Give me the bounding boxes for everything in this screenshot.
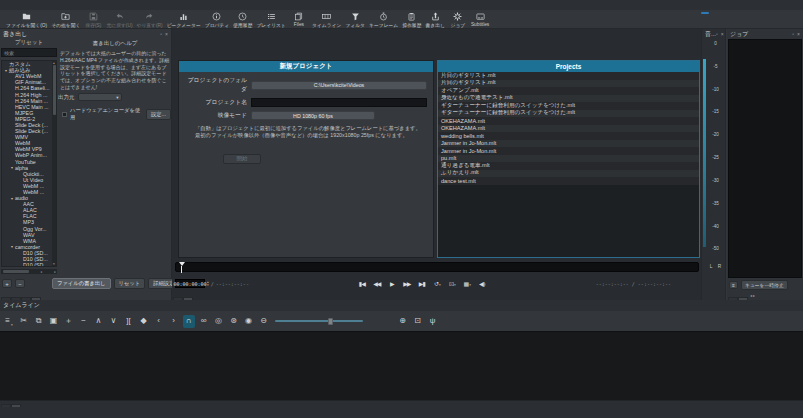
project-name-input[interactable] bbox=[251, 98, 427, 107]
lift-button[interactable]: ∧ bbox=[93, 315, 105, 328]
video-mode-select[interactable]: HD 1080p 60 fps bbox=[251, 111, 375, 120]
cut-button[interactable]: ✂ bbox=[18, 315, 30, 328]
fast-forward-button[interactable]: ▶▶ bbox=[402, 279, 413, 289]
grid-button[interactable]: ▦ ▾ bbox=[462, 279, 473, 289]
project-folder-field[interactable]: C:\Users\kcite\Videos bbox=[251, 81, 427, 90]
timeline-menu-button[interactable]: ≡ ▾ bbox=[3, 315, 15, 328]
ripple-all-tracks-toggle[interactable]: ⊛ bbox=[228, 315, 240, 328]
current-position-field[interactable]: 00:00:00:00 bbox=[175, 279, 205, 288]
open-file-button[interactable]: ファイルを開く(O) bbox=[4, 11, 49, 28]
recent-button[interactable]: 使用履歴 bbox=[231, 11, 254, 28]
jobs-menu-button[interactable]: ≡ bbox=[729, 281, 738, 289]
layout-editing[interactable] bbox=[701, 12, 709, 14]
start-button[interactable]: 開始 bbox=[223, 154, 261, 164]
project-item[interactable]: 片目のギタリスト.mlt bbox=[438, 72, 699, 80]
project-item[interactable]: ふりかえり.mlt bbox=[438, 170, 699, 178]
add-preset-button[interactable]: + bbox=[2, 279, 12, 288]
layout-logging[interactable] bbox=[691, 12, 699, 14]
next-marker-button[interactable]: › bbox=[168, 315, 180, 328]
append-button[interactable]: ＋ bbox=[63, 315, 75, 328]
close-panel-icon[interactable]: × bbox=[797, 32, 800, 37]
scroll-right-icon[interactable]: ▸ bbox=[53, 270, 57, 274]
ripple-delete-button[interactable]: − bbox=[78, 315, 90, 328]
skip-previous-button[interactable]: ▮◀ bbox=[357, 279, 368, 289]
preset-item[interactable]: D10 (SD... bbox=[2, 262, 56, 267]
project-item[interactable]: オペアンプ.mlt bbox=[438, 87, 699, 95]
remove-preset-button[interactable]: − bbox=[15, 279, 25, 288]
scroll-down-icon[interactable]: ▾ bbox=[52, 262, 56, 266]
float-panel-icon[interactable]: ▫ bbox=[160, 32, 162, 37]
previous-marker-button[interactable]: ‹ bbox=[153, 315, 165, 328]
scroll-left-icon[interactable]: ◂ bbox=[39, 270, 43, 274]
tab-scroll-left-icon[interactable]: ◂ bbox=[750, 293, 752, 298]
layout-color[interactable] bbox=[691, 15, 699, 17]
record-audio-button[interactable]: ψ bbox=[427, 315, 439, 328]
playlist-button[interactable]: プレイリスト bbox=[254, 11, 287, 28]
export-from-select[interactable]: ▾ bbox=[78, 93, 122, 101]
project-item[interactable]: OKEHAZAMA.mlt bbox=[438, 125, 699, 133]
zoom-timeline-in-button[interactable]: ⊕ bbox=[397, 315, 409, 328]
redo-button[interactable]: やり直す(R) bbox=[135, 11, 165, 28]
layout-player[interactable] bbox=[711, 15, 719, 17]
project-item[interactable]: 片目のギタリスト.mlt bbox=[438, 80, 699, 88]
filters-button[interactable]: フィルタ bbox=[343, 11, 367, 28]
project-item[interactable]: ギターチューナーに録音利用のスイッチをつけた.mlt bbox=[438, 110, 699, 118]
export-button[interactable]: 書き出し bbox=[423, 11, 446, 28]
project-item[interactable]: 通り過ぎる電車.mlt bbox=[438, 162, 699, 170]
project-item[interactable]: 身近なもので通電テスト.mlt bbox=[438, 95, 699, 103]
marker-button[interactable]: ◆ bbox=[138, 315, 150, 328]
scrub-while-dragging-toggle[interactable]: ∞ bbox=[198, 315, 210, 328]
project-item[interactable]: Jammer in Jo-Mon.mlt bbox=[438, 147, 699, 155]
peak-meter-button[interactable]: ピークメーター bbox=[165, 11, 203, 28]
loop-button[interactable]: ↺ ▾ bbox=[432, 279, 443, 289]
project-item[interactable]: ギターチューナーに録音利用のスイッチをつけた.mlt bbox=[438, 102, 699, 110]
properties-button[interactable]: プロパティ bbox=[203, 11, 232, 28]
project-item[interactable]: OKEHAZAMA.mlt bbox=[438, 117, 699, 125]
project-item[interactable]: Jammer in Jo-Mon.mlt bbox=[438, 140, 699, 148]
keyframes-button[interactable]: キーフレーム bbox=[367, 11, 400, 28]
tab-scroll-right-icon[interactable]: ▸ bbox=[753, 293, 755, 298]
hardware-encoder-checkbox[interactable] bbox=[62, 112, 67, 117]
close-panel-icon[interactable]: × bbox=[165, 32, 168, 37]
pause-queue-button[interactable]: キューを一時停止 bbox=[741, 280, 788, 290]
configure-button[interactable]: 設定... bbox=[146, 109, 171, 120]
split-button[interactable]: ][ bbox=[123, 315, 135, 328]
zoom-timeline-fit-button[interactable]: ⊡ bbox=[412, 315, 424, 328]
paste-button[interactable]: ▣ bbox=[48, 315, 60, 328]
save-button[interactable]: 保存(S) bbox=[82, 11, 104, 28]
play-button[interactable]: ▶ bbox=[387, 279, 398, 289]
zoom-timeline-out-button[interactable]: ⊖ bbox=[258, 315, 270, 328]
float-panel-icon[interactable]: ▫ bbox=[792, 32, 794, 37]
zoom-fit-button[interactable]: ⊡ ▾ bbox=[447, 279, 458, 289]
copy-button[interactable]: ⧉ bbox=[33, 315, 45, 328]
files-button[interactable]: Files bbox=[288, 11, 310, 27]
timeline-tracks-area[interactable] bbox=[0, 331, 803, 400]
open-other-button[interactable]: その他を開く bbox=[49, 11, 82, 28]
timeline-button[interactable]: タイムライン bbox=[310, 11, 343, 28]
project-item[interactable]: dance test.mlt bbox=[438, 177, 699, 185]
overwrite-button[interactable]: ∨ bbox=[108, 315, 120, 328]
jobs-button[interactable]: ジョブ bbox=[447, 11, 469, 28]
rewind-button[interactable]: ◀◀ bbox=[372, 279, 383, 289]
timeline-zoom-slider[interactable] bbox=[275, 315, 363, 328]
skip-next-button[interactable]: ▶▮ bbox=[417, 279, 428, 289]
presets-horizontal-scrollbar[interactable]: ◂ ▸ bbox=[1, 269, 57, 274]
spin-down-icon[interactable]: ▾ bbox=[207, 284, 209, 287]
position-spinner[interactable]: ▴ ▾ bbox=[207, 281, 209, 287]
export-file-button[interactable]: ファイルの書き出し bbox=[52, 278, 111, 289]
presets-vertical-scrollbar[interactable]: ▴ ▾ bbox=[52, 61, 56, 266]
close-panel-icon[interactable]: × bbox=[721, 32, 724, 37]
snap-toggle[interactable]: ∩ bbox=[183, 315, 195, 328]
playhead[interactable] bbox=[178, 262, 185, 273]
project-item[interactable]: wedding bells.mlt bbox=[438, 132, 699, 140]
layout-fx[interactable] bbox=[711, 12, 719, 14]
volume-button[interactable]: ◀)) bbox=[477, 279, 488, 289]
history-button[interactable]: 操作履歴 bbox=[400, 11, 423, 28]
ripple-toggle[interactable]: ◎ bbox=[213, 315, 225, 328]
subtitles-button[interactable]: Subtitles bbox=[469, 11, 491, 27]
layout-audio[interactable] bbox=[701, 15, 709, 17]
tab-keyframes[interactable] bbox=[1, 404, 11, 407]
ripple-markers-toggle[interactable]: ◉ bbox=[243, 315, 255, 328]
project-item[interactable]: pu.mlt bbox=[438, 155, 699, 163]
undo-button[interactable]: 元に戻す(U) bbox=[104, 11, 134, 28]
